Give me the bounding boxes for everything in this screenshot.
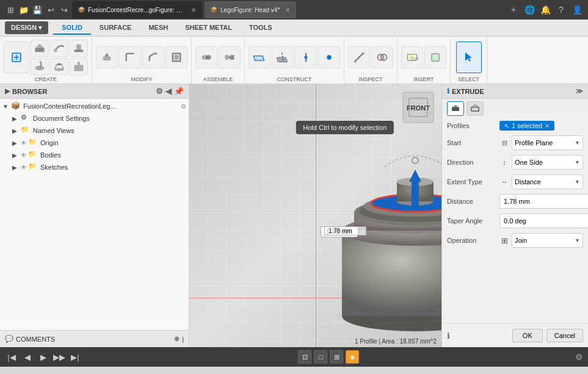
midplane-btn[interactable] — [272, 46, 294, 68]
comments-bar[interactable]: 💬 COMMENTS ⊕ | — [0, 330, 189, 347]
operation-select[interactable]: Join ▼ — [512, 233, 583, 248]
profile-status-text: 1 Profile | Area : 18.857 mm^2 — [355, 338, 437, 345]
tree-item-doc-settings[interactable]: ▶ ⚙ Document Settings — [0, 112, 189, 124]
tree-item-bodies[interactable]: ▶ 👁 📁 Bodies — [0, 149, 189, 161]
redo-icon[interactable]: ↪ — [59, 4, 70, 15]
extrude-tab-solid[interactable] — [447, 101, 464, 116]
fillet-btn[interactable] — [119, 46, 141, 68]
tree-item-root[interactable]: ▼ 📦 FusionContestRecreationLeg... ⚙ — [0, 100, 189, 112]
interference-btn[interactable] — [371, 46, 393, 68]
file-icon[interactable]: 📁 — [18, 4, 29, 15]
distance-input-box[interactable]: 1.78 mm ⋮ — [324, 226, 366, 236]
highlight-tool-btn[interactable]: ◈ — [346, 350, 359, 364]
rigid-group-btn[interactable] — [219, 46, 241, 68]
browser-pin-icon[interactable]: 📌 — [174, 87, 184, 96]
design-dropdown[interactable]: DESIGN ▾ — [5, 21, 48, 34]
sweep-btn[interactable] — [50, 40, 68, 57]
cancel-button[interactable]: Cancel — [546, 329, 583, 342]
taper-value — [499, 214, 588, 228]
revolve-btn[interactable] — [31, 58, 49, 75]
extrude-tab-shell[interactable] — [466, 101, 484, 116]
insert-decal-btn[interactable] — [424, 46, 446, 68]
joint-btn[interactable] — [195, 46, 217, 68]
tab-secondary[interactable]: 📦 LegoFigure: Head v4* ✕ — [205, 1, 296, 18]
browser-collapse-icon[interactable]: ◀ — [165, 87, 172, 96]
extrude-footer: ℹ OK Cancel — [442, 323, 588, 347]
add-tab-icon[interactable]: ＋ — [507, 4, 520, 15]
tab-sheetmetal[interactable]: SHEET METAL — [176, 21, 241, 35]
tab-surface[interactable]: SURFACE — [91, 21, 140, 35]
rib-btn[interactable] — [70, 40, 88, 57]
play-back-btn[interactable]: ◀ — [21, 353, 34, 362]
view-cube[interactable]: FRONT — [400, 89, 437, 126]
tab2-close-icon[interactable]: ✕ — [285, 7, 290, 13]
tree-arrow-sketches: ▶ — [12, 164, 21, 171]
tree-eye-bodies[interactable]: 👁 — [21, 152, 27, 159]
point-btn[interactable] — [318, 46, 340, 68]
frame-tool-btn[interactable]: ⊡ — [298, 350, 311, 364]
tab-solid[interactable]: SOLID — [53, 21, 91, 35]
svg-rect-23 — [230, 55, 234, 60]
grid-icon[interactable]: ⊞ — [5, 4, 16, 15]
play-fwd-btn[interactable]: ▶▶ — [53, 353, 66, 362]
mesh-tool-btn[interactable]: ⊞ — [330, 350, 343, 364]
press-pull-btn[interactable] — [96, 46, 118, 68]
profiles-selected-text: 1 selected — [512, 122, 542, 129]
tree-eye-origin[interactable]: 👁 — [21, 140, 27, 146]
settings-gear-icon[interactable]: ⚙ — [575, 352, 583, 362]
extrude-btn[interactable] — [31, 40, 49, 57]
web-icon[interactable]: 🌐 — [523, 5, 535, 15]
tree-arrow-origin: ▶ — [12, 140, 21, 146]
measure-btn[interactable] — [348, 46, 370, 68]
direction-select[interactable]: One Side ▼ — [512, 155, 583, 170]
next-frame-btn[interactable]: ▶| — [68, 353, 82, 362]
prev-frame-btn[interactable]: |◀ — [5, 353, 18, 362]
save-icon[interactable]: 💾 — [32, 4, 43, 15]
profiles-selected-badge[interactable]: ↖ 1 selected ✕ — [499, 121, 554, 131]
taper-input[interactable] — [499, 214, 588, 228]
comments-expand-icon[interactable]: ⊕ — [174, 335, 180, 343]
surface-tool-btn[interactable]: □ — [314, 350, 327, 364]
tree-item-named-views[interactable]: ▶ 📁 Named Views — [0, 124, 189, 137]
operation-value: ⊞ Join ▼ — [499, 233, 583, 248]
more-icon[interactable]: ⋮ — [357, 228, 362, 234]
extrude-expand-btn[interactable]: ≫ — [576, 87, 583, 95]
browser-settings-icon[interactable]: ⚙ — [156, 87, 163, 96]
distance-input[interactable] — [499, 194, 588, 209]
browser-tree: ▼ 📦 FusionContestRecreationLeg... ⚙ ▶ ⚙ … — [0, 99, 189, 330]
tree-eye-sketches[interactable]: 👁 — [21, 164, 27, 171]
toolbar-construct-section: CONSTRUCT — [245, 37, 344, 84]
new-component-btn[interactable] — [4, 41, 29, 73]
svg-rect-15 — [103, 56, 111, 60]
loft-btn[interactable] — [50, 58, 68, 75]
tab-close-icon[interactable]: ✕ — [191, 7, 196, 13]
select-btn[interactable] — [456, 41, 482, 73]
extent-select[interactable]: Distance ▼ — [512, 174, 583, 189]
start-select[interactable]: Profile Plane ▼ — [512, 135, 583, 150]
shell-btn[interactable] — [165, 46, 187, 68]
user-icon[interactable]: 👤 — [571, 5, 583, 15]
tree-item-origin[interactable]: ▶ 👁 📁 Origin — [0, 137, 189, 149]
notification-icon[interactable]: 🔔 — [539, 5, 551, 15]
tab-mesh[interactable]: MESH — [140, 21, 176, 35]
tree-item-sketches[interactable]: ▶ 👁 📁 Sketches — [0, 161, 189, 173]
play-btn[interactable]: ▶ — [37, 353, 50, 362]
svg-rect-6 — [54, 49, 57, 52]
ok-button[interactable]: OK — [512, 329, 543, 342]
browser-header: ▶ BROWSER ⚙ ◀ 📌 — [0, 84, 189, 99]
axis-btn[interactable] — [295, 46, 317, 68]
web-btn[interactable] — [70, 58, 88, 75]
viewport[interactable]: Hold Ctrl to modify selection 1.78 mm 1.… — [189, 84, 441, 347]
chamfer-btn[interactable] — [142, 46, 164, 68]
profiles-clear-btn[interactable]: ✕ — [545, 123, 550, 129]
insert-svg-btn[interactable]: SVG — [401, 46, 423, 68]
help-icon[interactable]: ? — [555, 5, 567, 15]
direction-dropdown-icon: ▼ — [575, 159, 580, 165]
modify-icons — [96, 39, 187, 75]
undo-icon[interactable]: ↩ — [45, 4, 56, 15]
tab-tools[interactable]: TOOLS — [241, 21, 281, 35]
tab-active[interactable]: 📦 FusionContestRecre...goFigure: Head v1… — [72, 1, 202, 18]
offset-plane-btn[interactable] — [249, 46, 270, 68]
comments-pin-icon[interactable]: | — [182, 336, 184, 343]
tree-settings-icon[interactable]: ⚙ — [181, 103, 186, 110]
